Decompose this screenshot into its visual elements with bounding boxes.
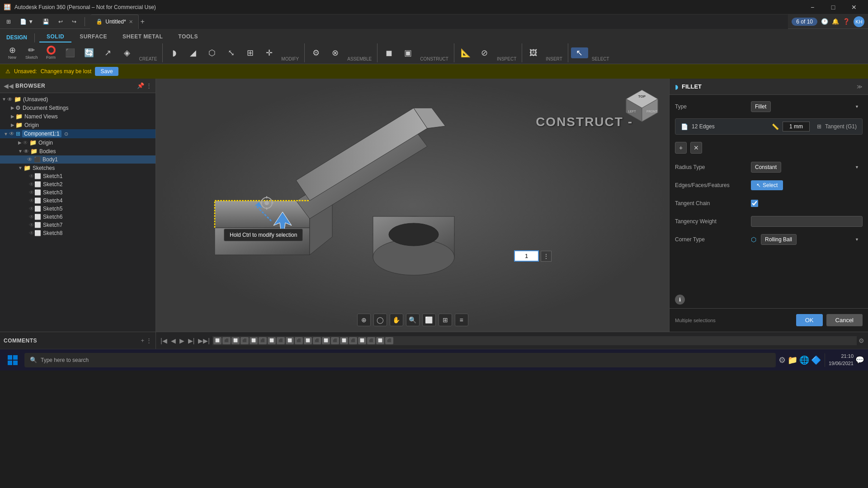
nav-cube[interactable]: TOP LEFT FRONT xyxy=(624,88,660,124)
tree-arrow-origin[interactable]: ▶ xyxy=(11,122,14,127)
tree-item-sketch5[interactable]: 👁 ⬜ Sketch5 xyxy=(0,205,156,213)
tree-eye-sketch5[interactable]: 👁 xyxy=(29,206,34,212)
edges-select-btn[interactable]: ↖ Select xyxy=(751,180,783,190)
tab-solid[interactable]: SOLID xyxy=(39,32,71,42)
tangent-chain-checkbox[interactable] xyxy=(751,200,758,207)
notification-icon[interactable]: 🔔 xyxy=(832,18,839,25)
tree-arrow-comp-origin[interactable]: ▶ xyxy=(18,140,22,145)
tree-item-sketch3[interactable]: 👁 ⬜ Sketch3 xyxy=(0,188,156,197)
taskbar-settings-icon[interactable]: ⚙ xyxy=(778,355,786,365)
timeline-next-btn[interactable]: ▶| xyxy=(187,336,196,345)
search-bar[interactable]: 🔍 Type here to search xyxy=(24,353,776,367)
tree-item-sketch4[interactable]: 👁 ⬜ Sketch4 xyxy=(0,197,156,205)
tree-item-unsaved[interactable]: ▼ 👁 📁 (Unsaved) xyxy=(0,95,156,103)
save-button[interactable]: Save xyxy=(95,67,118,76)
create-form-btn[interactable]: ⭕Form xyxy=(42,45,60,61)
ok-button[interactable]: OK xyxy=(796,314,823,326)
tree-item-sketch6[interactable]: 👁 ⬜ Sketch6 xyxy=(0,213,156,221)
taskbar-notification-icon[interactable]: 💬 xyxy=(855,356,864,364)
tree-item-bodies[interactable]: ▼ 👁 📁 Bodies xyxy=(0,147,156,155)
tree-item-sketch2[interactable]: 👁 ⬜ Sketch2 xyxy=(0,180,156,188)
select-btn[interactable]: ↖ xyxy=(571,47,588,58)
tree-item-sketch7[interactable]: 👁 ⬜ Sketch7 xyxy=(0,221,156,229)
insert-mesh-btn[interactable]: 🖼 xyxy=(525,47,542,58)
corner-type-select[interactable]: Rolling Ball xyxy=(761,234,797,245)
start-btn[interactable] xyxy=(4,351,22,369)
taskbar-chrome-icon[interactable]: 🌐 xyxy=(799,355,809,365)
revolve-btn[interactable]: 🔄 xyxy=(80,47,98,58)
timeline-mark-12[interactable]: ⬛ xyxy=(313,337,321,344)
grid-btn[interactable]: ⊞ xyxy=(439,314,452,326)
chamfer-btn[interactable]: ◢ xyxy=(184,47,202,58)
tree-arrow-unsaved[interactable]: ▼ xyxy=(2,97,6,102)
tree-item-component1[interactable]: ▼ 👁 ⊞ Component1:1 ⊙ xyxy=(0,129,156,138)
app-menu-btn[interactable]: ⊞ xyxy=(4,17,14,27)
save-btn[interactable]: 💾 xyxy=(40,17,52,27)
tree-item-body1[interactable]: 👁 ⬛ Body1 xyxy=(0,155,156,164)
remove-btn[interactable]: ✕ xyxy=(690,142,702,154)
tab-sheet-metal[interactable]: SHEET METAL xyxy=(115,32,170,42)
ground-btn[interactable]: ⊗ xyxy=(326,47,344,58)
tree-eye-sketch3[interactable]: 👁 xyxy=(29,189,34,196)
canvas[interactable]: CONSTRUCT - xyxy=(156,79,669,332)
timeline-prev-btn[interactable]: ◀ xyxy=(170,336,177,345)
snap-btn[interactable]: ⊕ xyxy=(357,314,371,326)
close-btn[interactable]: ✕ xyxy=(844,0,864,14)
tree-eye-sketch2[interactable]: 👁 xyxy=(29,181,34,188)
undo-btn[interactable]: ↩ xyxy=(56,17,66,27)
view-cube-btn[interactable]: ⬜ xyxy=(422,314,436,326)
file-menu-btn[interactable]: 📄 ▼ xyxy=(17,17,36,27)
tree-eye-sketch8[interactable]: 👁 xyxy=(29,230,34,236)
timeline-mark-19[interactable]: ⬜ xyxy=(376,337,384,344)
browser-pin-icon[interactable]: 📌 xyxy=(137,82,144,89)
timeline-mark-4[interactable]: ⬛ xyxy=(241,337,249,344)
minimize-btn[interactable]: − xyxy=(802,0,823,14)
new-component-btn[interactable]: ⊕New xyxy=(4,45,21,61)
panel-expand-btn[interactable]: ≫ xyxy=(857,84,863,90)
timeline-mark-3[interactable]: ⬜ xyxy=(231,337,240,344)
help-icon[interactable]: ❓ xyxy=(843,18,850,25)
timeline-mark-20[interactable]: ⬛ xyxy=(385,337,393,344)
create-sketch-btn[interactable]: ✏Sketch xyxy=(23,45,41,61)
taskbar-explorer-icon[interactable]: 📁 xyxy=(788,355,797,365)
tree-arrow-named-views[interactable]: ▶ xyxy=(11,114,14,119)
canvas-input-box[interactable]: ⋮ xyxy=(514,250,552,262)
info-btn[interactable]: ℹ xyxy=(675,295,685,305)
orbit-btn[interactable]: ◯ xyxy=(373,314,387,326)
extrude-btn[interactable]: ⬛ xyxy=(61,47,79,58)
tab-tools[interactable]: TOOLS xyxy=(171,32,205,42)
comments-add-icon[interactable]: + xyxy=(141,337,144,344)
tree-item-origin[interactable]: ▶ 📁 Origin xyxy=(0,121,156,129)
timeline-start-btn[interactable]: |◀ xyxy=(160,336,168,345)
comments-more-icon[interactable]: ⋮ xyxy=(146,337,152,344)
tree-arrow-doc-settings[interactable]: ▶ xyxy=(11,105,14,110)
pan-btn[interactable]: ✋ xyxy=(390,314,403,326)
design-dropdown-btn[interactable]: DESIGN xyxy=(4,33,30,42)
tree-arrow-sketches[interactable]: ▼ xyxy=(18,165,23,170)
tree-eye-sketch1[interactable]: 👁 xyxy=(29,173,34,179)
redo-btn[interactable]: ↪ xyxy=(69,17,79,27)
tangency-weight-input[interactable]: 1.00 xyxy=(751,216,863,227)
joint-btn[interactable]: ⚙ xyxy=(307,47,325,58)
tree-item-doc-settings[interactable]: ▶ ⚙ Document Settings xyxy=(0,103,156,112)
add-btn[interactable]: + xyxy=(675,142,687,154)
timeline-mark-5[interactable]: ⬜ xyxy=(250,337,258,344)
timeline-mark-8[interactable]: ⬛ xyxy=(277,337,285,344)
cancel-button[interactable]: Cancel xyxy=(826,314,863,326)
tree-eye-unsaved[interactable]: 👁 xyxy=(7,96,13,103)
midplane-btn[interactable]: ▣ xyxy=(399,47,416,58)
type-select[interactable]: Fillet xyxy=(751,101,771,112)
tree-item-sketch8[interactable]: 👁 ⬜ Sketch8 xyxy=(0,229,156,237)
tree-eye-component1[interactable]: 👁 xyxy=(9,131,14,137)
tree-item-named-views[interactable]: ▶ 📁 Named Views xyxy=(0,112,156,121)
combine-btn[interactable]: ⊞ xyxy=(241,47,259,58)
timeline-end-btn[interactable]: ▶▶| xyxy=(197,336,211,345)
taskbar-edge-icon[interactable]: 🔷 xyxy=(811,355,821,365)
sweep-btn[interactable]: ↗ xyxy=(99,47,117,58)
tree-arrow-bodies[interactable]: ▼ xyxy=(18,149,23,154)
browser-more-icon[interactable]: ⋮ xyxy=(146,82,152,89)
interference-btn[interactable]: ⊘ xyxy=(476,47,493,58)
timeline-mark-13[interactable]: ⬜ xyxy=(322,337,330,344)
plane-at-angle-btn[interactable]: ◼ xyxy=(380,47,397,58)
canvas-3d[interactable]: CONSTRUCT - xyxy=(156,79,669,332)
